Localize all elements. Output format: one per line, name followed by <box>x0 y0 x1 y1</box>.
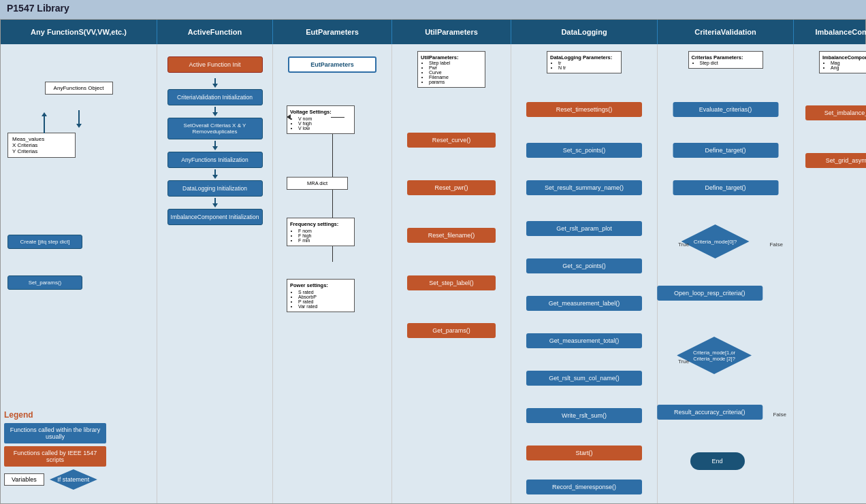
criteria-mode-diamond: Criteria_mode[0]? <box>681 224 750 258</box>
set-result-summary: Set_result_summary_name() <box>526 180 642 195</box>
record-timeresponse: Record_timeresponse() <box>526 480 642 494</box>
true-label-2: True <box>678 358 689 365</box>
meas-values-box: Meas_values X Criterias Y Criterias <box>7 133 76 158</box>
get-rslt-sum-col: Get_rslt_sum_col_name() <box>526 371 642 386</box>
criterias-params: Criterias Parameters: Step dict <box>688 51 763 69</box>
legend: Legend Functions called within the libra… <box>4 410 147 490</box>
voltage-settings-box: Voltage Settings: V nom V high V low <box>287 105 355 134</box>
col-any-func: AnyFunctions Object Meas_values X Criter… <box>1 44 157 503</box>
col-imbalance: ImbalanceComponent: Mag Ang Set_imbalanc… <box>794 44 866 503</box>
title-bar: P1547 Library <box>0 0 866 19</box>
any-func-init: AnyFunctions Initialization <box>167 152 263 168</box>
app-title: P1547 Library <box>7 3 69 14</box>
imbalance-init: ImbalanceComponent Initialization <box>167 209 263 225</box>
header-active-func: ActiveFunction <box>157 20 273 44</box>
get-measurement-total: Get_measurement_total() <box>526 333 642 348</box>
col-util-params: UtilParameters: Step label Pwr Curve Fil… <box>392 44 511 503</box>
col-data-logging: DataLogging Parameters: tr N tr Reset_ti… <box>511 44 658 503</box>
end-oval: End <box>690 452 745 470</box>
diagram-area: AnyFunctions Object Meas_values X Criter… <box>1 44 865 503</box>
legend-blue-box: Functions called within the library usua… <box>4 423 106 443</box>
create-box: Create [jitq step dict] <box>7 235 82 249</box>
power-settings-box: Power settings: S rated AbsorbP P rated … <box>287 279 355 312</box>
get-sc-points: Get_sc_points() <box>526 258 642 273</box>
column-headers: Any FunctionS(VV,VW,etc.) ActiveFunction… <box>1 20 865 44</box>
set-params-box: Set_params() <box>7 275 82 290</box>
data-logging-init: DataLogging Initialization <box>167 180 263 197</box>
active-func-init: Active Function Init <box>167 56 263 73</box>
reset-timesettings: Reset_timesettings() <box>526 102 642 117</box>
result-accuracy: Result_accuracy_criteria() <box>657 405 763 420</box>
set-overall-criterias: SetOverall Criterias X & Y Removeduplica… <box>167 118 263 139</box>
legend-if-statement: If statement <box>50 469 97 490</box>
open-loop-resp: Open_loop_resp_criteria() <box>657 286 763 301</box>
col-criteria-validation: Criterias Parameters: Step dict Evaluate… <box>658 44 794 503</box>
data-logging-params: DataLogging Parameters: tr N tr <box>547 51 622 73</box>
header-imbalance: ImbalanceComponents <box>794 20 866 44</box>
col-active-func: Active Function Init CriteriaValidation … <box>157 44 273 503</box>
criteria-mode2-diamond: Criteria_mode[1,or Criteria_mode [2]? <box>677 337 752 374</box>
criteria-validation-init: CriteriaValidation Initialization <box>167 89 263 105</box>
reset-curve: Reset_curve() <box>407 133 496 148</box>
define-target-1: Define_target() <box>673 143 778 158</box>
set-imbalance-config: Set_imbalance_config() <box>805 105 866 120</box>
false-label-1: False <box>769 241 783 248</box>
get-params: Get_params() <box>407 323 496 338</box>
util-params-note: UtilParameters: Step label Pwr Curve Fil… <box>417 51 485 88</box>
define-target-2: Define_target() <box>673 180 778 195</box>
legend-orange-box: Functions called by IEEE 1547 scripts <box>4 446 106 467</box>
eut-params-box: EutParameters <box>288 56 376 73</box>
header-eut-params: EutParameters <box>273 20 392 44</box>
header-data-logging: DataLogging <box>511 20 658 44</box>
get-measurement-label: Get_measurement_label() <box>526 296 642 311</box>
start-fn: Start() <box>526 446 642 460</box>
legend-variables: Variables <box>4 473 44 486</box>
col-eut-params: EutParameters Voltage Settings: V nom V … <box>273 44 392 503</box>
set-step-label: Set_step_label() <box>407 275 496 290</box>
reset-pwr: Reset_pwr() <box>407 180 496 195</box>
reset-filename: Reset_filename() <box>407 228 496 243</box>
header-criteria-validation: CriteriaValidation <box>658 20 794 44</box>
freq-settings-box: Frequency settings: F nom F high F min <box>287 218 355 246</box>
write-rslt-sum: Write_rslt_sum() <box>526 408 642 423</box>
true-label-1: True <box>678 241 689 248</box>
mra-dict-box: MRA dict <box>287 177 348 190</box>
header-any-func: Any FunctionS(VV,VW,etc.) <box>1 20 157 44</box>
imbalance-params: ImbalanceComponent: Mag Ang <box>819 51 866 73</box>
set-sc-points: Set_sc_points() <box>526 143 642 158</box>
set-grid-asymmetric: Set_grid_asymmetric() <box>805 153 866 168</box>
false-label-2: False <box>773 411 786 418</box>
main-content: Any FunctionS(VV,VW,etc.) ActiveFunction… <box>0 19 866 504</box>
get-rslt-param-plot: Get_rslt_param_plot <box>526 221 642 236</box>
header-util-params: UtilParameters <box>392 20 511 44</box>
evaluate-criterias: Evaluate_criterias() <box>673 102 778 117</box>
legend-title: Legend <box>4 410 147 420</box>
any-func-object-box: AnyFunctions Object <box>45 82 113 95</box>
